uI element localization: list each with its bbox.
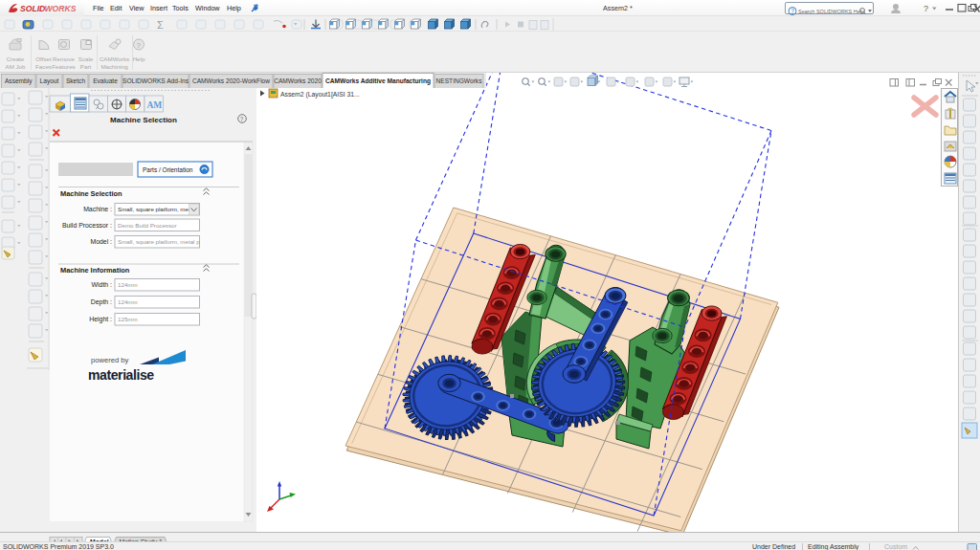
svg-text:Height :: Height : [89, 316, 112, 323]
svg-text:Machine Information: Machine Information [60, 266, 130, 275]
svg-text:Assembly: Assembly [5, 77, 33, 85]
svg-text:Parts / Orientation: Parts / Orientation [143, 166, 193, 173]
svg-text:?: ? [240, 116, 244, 122]
svg-text:CAMWorks 2020: CAMWorks 2020 [274, 77, 322, 84]
svg-text:Demo Build Processor: Demo Build Processor [118, 222, 177, 229]
svg-text:Evaluate: Evaluate [93, 77, 118, 84]
svg-text:Σ: Σ [157, 19, 164, 31]
svg-text:Machine Selection: Machine Selection [60, 189, 122, 198]
svg-text:124mm: 124mm [118, 298, 138, 305]
svg-text:CAMWorks 2020-WorkFlow: CAMWorks 2020-WorkFlow [192, 77, 270, 84]
svg-text:materialise: materialise [88, 367, 154, 383]
svg-text:125mm: 125mm [118, 316, 138, 322]
svg-text:Depth :: Depth : [91, 298, 112, 306]
svg-text:Model :: Model : [90, 238, 112, 245]
svg-text:Machine :: Machine : [83, 206, 112, 212]
svg-text:NESTINGWorks: NESTINGWorks [436, 77, 483, 84]
svg-text:Machine Selection: Machine Selection [110, 116, 177, 124]
svg-text:SOLID: SOLID [20, 4, 45, 13]
svg-text:AM: AM [147, 100, 163, 110]
svg-text:Build Processor :: Build Processor : [62, 222, 112, 229]
svg-text:124mm: 124mm [118, 281, 138, 288]
svg-text:?: ? [791, 8, 794, 14]
svg-text:Width :: Width : [92, 281, 113, 288]
svg-text:Layout: Layout [40, 77, 59, 85]
svg-text:Small, square platform, metal: Small, square platform, metal p [118, 238, 200, 245]
svg-text:Sketch: Sketch [66, 77, 85, 84]
svg-text:Small, square platform, met: Small, square platform, met [118, 206, 190, 212]
svg-text:SOLIDWORKS Add-Ins: SOLIDWORKS Add-Ins [122, 77, 189, 84]
svg-text:?: ? [924, 4, 928, 13]
svg-text:WORKS: WORKS [45, 4, 77, 13]
svg-text:CAMWorks Additive Manufacturin: CAMWorks Additive Manufacturing [325, 77, 431, 85]
svg-text:?: ? [137, 41, 142, 50]
svg-text:Search SOLIDWORKS Help: Search SOLIDWORKS Help [798, 9, 864, 14]
svg-text:Assem2 (Layout1[AISI 31...: Assem2 (Layout1[AISI 31... [280, 91, 360, 99]
svg-text:powered by: powered by [91, 356, 128, 364]
